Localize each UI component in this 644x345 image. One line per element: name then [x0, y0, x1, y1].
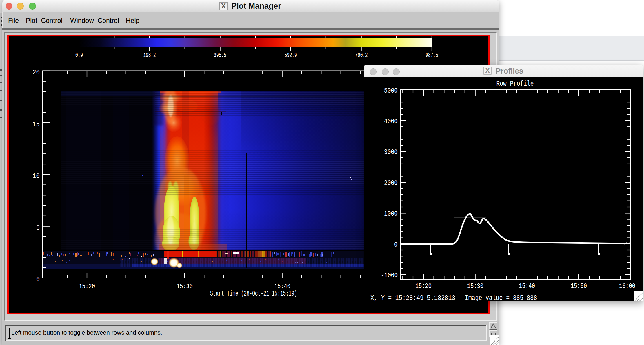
svg-text:Image value = 885.888: Image value = 885.888 — [465, 294, 537, 301]
svg-text:790.2: 790.2 — [355, 52, 368, 59]
svg-text:Start Time (28-Oct-21 15:15:19: Start Time (28-Oct-21 15:15:19) — [210, 290, 297, 298]
svg-text:15:20: 15:20 — [79, 282, 95, 290]
svg-text:15: 15 — [32, 120, 40, 128]
svg-text:10: 10 — [32, 172, 40, 180]
svg-text:15:20: 15:20 — [415, 282, 432, 290]
svg-text:5000: 5000 — [384, 87, 398, 95]
svg-text:15:40: 15:40 — [519, 282, 535, 290]
svg-text:15:30: 15:30 — [467, 282, 483, 290]
svg-text:15:50: 15:50 — [571, 282, 587, 290]
svg-text:1000: 1000 — [384, 210, 398, 218]
svg-text:15:30: 15:30 — [177, 282, 193, 290]
svg-text:0: 0 — [394, 241, 398, 249]
svg-text:X, Y = 15:28:49 5.182813: X, Y = 15:28:49 5.182813 — [370, 294, 455, 301]
svg-text:16:00: 16:00 — [619, 282, 635, 290]
svg-text:-1000: -1000 — [381, 271, 398, 279]
svg-text:2000: 2000 — [384, 179, 398, 187]
svg-text:198.2: 198.2 — [143, 52, 156, 59]
svg-text:3000: 3000 — [384, 148, 398, 156]
svg-text:0.9: 0.9 — [75, 52, 83, 59]
svg-text:592.9: 592.9 — [285, 52, 297, 59]
svg-text:0: 0 — [36, 276, 40, 283]
svg-text:15:40: 15:40 — [274, 282, 290, 290]
svg-text:20: 20 — [32, 69, 40, 76]
svg-text:5: 5 — [36, 224, 40, 232]
svg-text:987.5: 987.5 — [426, 52, 438, 59]
svg-text:395.5: 395.5 — [214, 52, 226, 59]
svg-text:Row Profile: Row Profile — [496, 80, 534, 88]
svg-text:4000: 4000 — [384, 118, 398, 125]
